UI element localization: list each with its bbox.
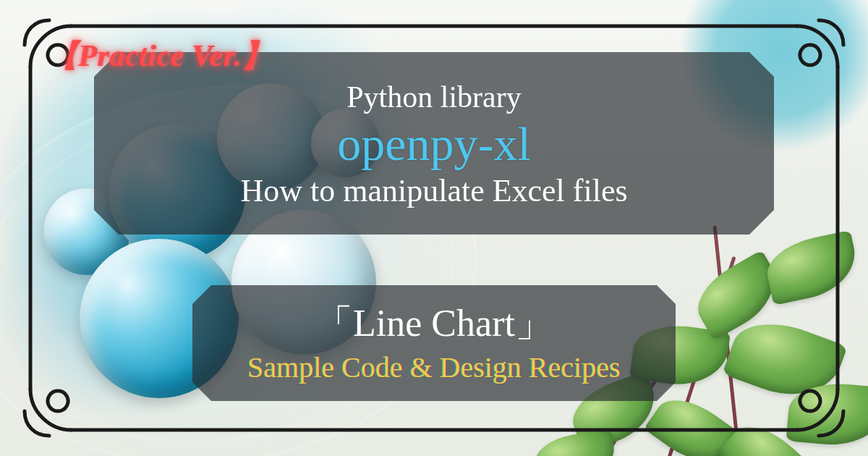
practice-badge: 【Practice Ver.】 — [48, 41, 273, 71]
recipe-label: Sample Code & Design Recipes — [247, 352, 620, 384]
title-panel: Python library openpy-xl How to manipula… — [94, 52, 774, 235]
thumbnail-canvas: Python library openpy-xl How to manipula… — [0, 0, 868, 456]
subtitle-panel: 「Line Chart」 Sample Code & Design Recipe… — [192, 285, 676, 401]
library-label: Python library — [346, 80, 521, 114]
library-name: openpy-xl — [337, 119, 531, 169]
library-tagline: How to manipulate Excel files — [240, 174, 627, 208]
chart-type-label: 「Line Chart」 — [315, 303, 553, 344]
